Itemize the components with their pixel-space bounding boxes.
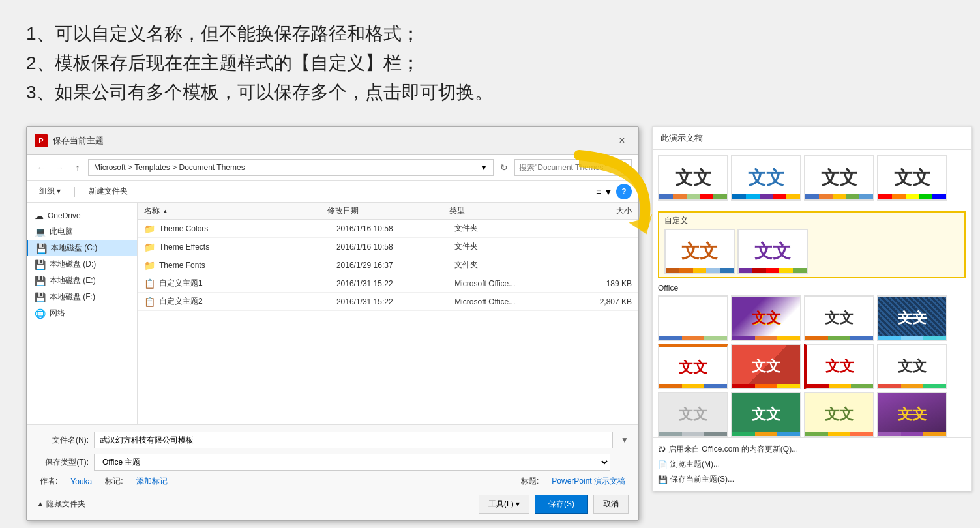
office-item-facet[interactable]: 文文 <box>658 392 728 437</box>
theme-bars-tp1 <box>659 194 727 199</box>
col-type-header[interactable]: 类型 <box>449 205 571 216</box>
office-item-mesh[interactable]: 文文 <box>731 392 801 437</box>
office-item-parallax[interactable]: 文文 <box>877 392 947 437</box>
type-theme-effects: 文件夹 <box>454 241 572 252</box>
nav-refresh-button[interactable]: ↻ <box>496 160 512 175</box>
hide-folders-button[interactable]: ▲ 隐藏文件夹 <box>37 499 85 510</box>
custom-label: 自定义 <box>664 215 959 226</box>
save-theme-link[interactable]: 💾 保存当前主题(S)... <box>658 472 966 487</box>
sidebar-label-local-e: 本地磁盘 (E:) <box>50 275 96 286</box>
sidebar-item-this-pc[interactable]: 💻 此电脑 <box>27 224 137 240</box>
filename-theme-colors: Theme Colors <box>159 224 208 233</box>
custom-theme-item-c2[interactable]: 文文 <box>737 229 808 274</box>
author-value[interactable]: Youka <box>70 477 92 486</box>
save-dialog: P 保存当前主题 × ← → ↑ Microsoft > Templates >… <box>26 126 639 521</box>
tools-button[interactable]: 工具(L) ▾ <box>479 495 529 514</box>
search-box[interactable]: 🔍 <box>514 159 632 176</box>
sidebar: ☁ OneDrive 💻 此电脑 💾 本地磁盘 (C:) 💾 本地磁盘 (D:) <box>27 203 138 424</box>
filename-custom1: 自定义主题1 <box>159 278 203 289</box>
nav-bar: ← → ↑ Microsoft > Templates > Document T… <box>27 155 638 181</box>
file-item-custom2[interactable]: 📋 自定义主题2 2016/1/31 15:22 Microsoft Offic… <box>138 293 638 311</box>
dialog-title: 保存当前主题 <box>53 135 104 147</box>
sidebar-label-local-d: 本地磁盘 (D:) <box>50 259 96 270</box>
tags-value[interactable]: 添加标记 <box>136 476 168 487</box>
office-item-blank[interactable] <box>658 295 728 341</box>
theme-text-tp2: 文文 <box>748 166 784 190</box>
office-text-ion: 文文 <box>898 308 927 328</box>
cancel-button[interactable]: 取消 <box>593 495 629 514</box>
new-folder-button[interactable]: 新建文件夹 <box>83 183 134 199</box>
nav-up-button[interactable]: ↑ <box>70 160 85 175</box>
sidebar-item-network[interactable]: 🌐 网络 <box>27 305 137 321</box>
search-input[interactable] <box>519 163 617 172</box>
file-item-theme-fonts[interactable]: 📁 Theme Fonts 2016/1/29 16:37 文件夹 <box>138 256 638 274</box>
ppt-app-icon: P <box>35 134 48 147</box>
date-theme-effects: 2016/1/16 10:58 <box>336 242 454 252</box>
office-item-slice[interactable]: 文文 <box>731 344 801 389</box>
organize-button[interactable]: 组织 ▾ <box>33 183 67 199</box>
filename-theme-fonts: Theme Fonts <box>159 261 205 270</box>
help-button[interactable]: ? <box>616 184 632 199</box>
file-item-theme-effects[interactable]: 📁 Theme Effects 2016/1/16 10:58 文件夹 <box>138 238 638 256</box>
local-c-icon: 💾 <box>36 243 47 254</box>
file-toolbar: 组织 ▾ | 新建文件夹 ≡ ▼ ? <box>27 181 638 203</box>
office-item-wisp[interactable]: 文文 <box>804 344 874 389</box>
view-toggle-button[interactable]: ≡ ▼ <box>595 184 614 199</box>
office-item-ion[interactable]: 文文 <box>877 295 947 341</box>
browse-link[interactable]: 📄 浏览主题(M)... <box>658 457 966 472</box>
sidebar-label-this-pc: 此电脑 <box>50 226 73 237</box>
sidebar-item-local-d[interactable]: 💾 本地磁盘 (D:) <box>27 256 137 272</box>
file-list: 名称 ▲ 修改日期 类型 大小 📁 Theme Colors 2016/1/ <box>138 203 638 424</box>
office-grid: 文文 文文 <box>658 295 966 437</box>
sidebar-item-local-c[interactable]: 💾 本地磁盘 (C:) <box>27 240 137 256</box>
file-browser: ☁ OneDrive 💻 此电脑 💾 本地磁盘 (C:) 💾 本地磁盘 (D:) <box>27 203 638 424</box>
dialog-bottom: 文件名(N): ▼ 保存类型(T): Office 主题 作者: Youka 标… <box>27 424 638 520</box>
nav-back-button[interactable]: ← <box>33 160 49 175</box>
office-item-basis[interactable]: 文文 <box>877 344 947 389</box>
save-theme-icon: 💾 <box>658 475 668 484</box>
theme-bars-tp3 <box>805 194 873 199</box>
theme-item-tp1[interactable]: 文文 <box>658 155 728 201</box>
file-item-custom1[interactable]: 📋 自定义主题1 2016/1/31 15:22 Microsoft Offic… <box>138 274 638 293</box>
theme-item-tp3[interactable]: 文文 <box>804 155 874 201</box>
col-size-header[interactable]: 大小 <box>571 205 632 216</box>
office-text-slice: 文文 <box>752 357 780 376</box>
col-date-header[interactable]: 修改日期 <box>327 205 449 216</box>
custom-section: 自定义 文文 文文 <box>658 211 966 278</box>
filename-input[interactable] <box>94 432 613 448</box>
date-theme-colors: 2016/1/16 10:58 <box>336 224 454 233</box>
filename-dropdown-arrow[interactable]: ▼ <box>621 435 629 445</box>
dialog-close-button[interactable]: × <box>614 132 631 149</box>
theme-item-tp4[interactable]: 文文 <box>877 155 947 201</box>
theme-text-tp1: 文文 <box>675 166 711 190</box>
office-item-ion-boardroom[interactable]: 文文 <box>804 295 874 341</box>
date-custom1: 2016/1/31 15:22 <box>336 279 454 288</box>
custom-theme-item-c1[interactable]: 文文 <box>664 229 735 274</box>
office-item-integral[interactable]: 文文 <box>731 295 801 341</box>
sidebar-item-local-f[interactable]: 💾 本地磁盘 (F:) <box>27 289 137 305</box>
path-dropdown[interactable]: Microsoft > Templates > Document Themes … <box>88 159 494 176</box>
filetype-select[interactable]: Office 主题 <box>94 454 610 471</box>
sidebar-label-local-c: 本地磁盘 (C:) <box>51 242 97 254</box>
save-button[interactable]: 保存(S) <box>535 495 588 514</box>
nav-forward-button[interactable]: → <box>52 160 67 175</box>
panel-footer: 🗘 启用来自 Office.com 的内容更新(Q)... 📄 浏览主题(M).… <box>653 437 971 491</box>
sidebar-item-local-e[interactable]: 💾 本地磁盘 (E:) <box>27 272 137 289</box>
col-name-header[interactable]: 名称 ▲ <box>144 205 327 216</box>
theme-text-tp4: 文文 <box>894 166 930 190</box>
office-item-organic[interactable]: 文文 <box>804 392 874 437</box>
office-text-mesh: 文文 <box>752 405 780 424</box>
file-item-theme-colors[interactable]: 📁 Theme Colors 2016/1/16 10:58 文件夹 <box>138 220 638 238</box>
title-value[interactable]: PowerPoint 演示文稿 <box>552 476 625 487</box>
onedrive-icon: ☁ <box>35 211 44 221</box>
filetype-row: 保存类型(T): Office 主题 <box>37 454 629 471</box>
theme-item-tp2[interactable]: 文文 <box>731 155 801 201</box>
dialog-title-left: P 保存当前主题 <box>35 134 104 147</box>
date-custom2: 2016/1/31 15:22 <box>336 297 454 306</box>
sidebar-item-onedrive[interactable]: ☁ OneDrive <box>27 208 137 224</box>
office-item-retrospect[interactable]: 文文 <box>658 344 728 389</box>
update-link[interactable]: 🗘 启用来自 Office.com 的内容更新(Q)... <box>658 442 966 457</box>
action-buttons: 工具(L) ▾ 保存(S) 取消 <box>479 495 629 514</box>
file-icon-custom1: 📋 <box>144 278 155 289</box>
office-text-organic: 文文 <box>825 405 854 424</box>
